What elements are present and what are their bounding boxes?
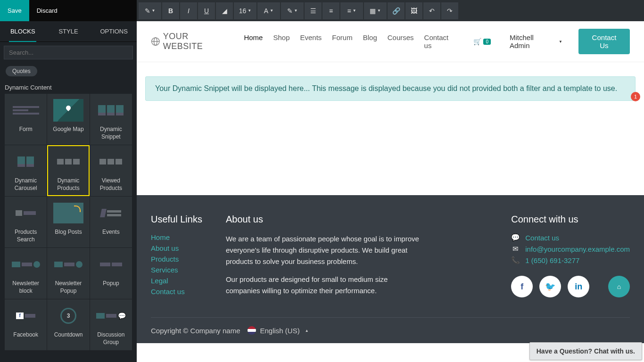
chat-widget[interactable]: Have a Question? Chat with us. <box>529 342 642 360</box>
tab-options[interactable]: OPTIONS <box>91 21 137 41</box>
image-button[interactable]: 🖼 <box>405 2 422 19</box>
linkedin-button[interactable]: in <box>568 276 589 297</box>
facebook-button[interactable]: f <box>511 276 533 297</box>
block-thumb-icon <box>94 150 127 173</box>
underline-button[interactable]: U <box>198 2 215 19</box>
nav-contact-us[interactable]: Contact us <box>424 33 455 49</box>
block-thumb-icon <box>9 201 42 225</box>
nav-home[interactable]: Home <box>244 33 263 49</box>
block-label: Blog Posts <box>55 229 82 236</box>
block-label: Countdown <box>54 331 83 339</box>
section-dynamic-content: Dynamic Content <box>0 79 137 94</box>
block-thumb-icon <box>94 253 127 276</box>
block-dynamic-products[interactable]: Dynamic Products <box>47 145 89 196</box>
chevron-down-icon: ▼ <box>559 40 562 44</box>
block-newsletter-popup[interactable]: Newsletter Popup <box>47 248 89 299</box>
nav-blog[interactable]: Blog <box>363 33 377 49</box>
user-menu[interactable]: Mitchell Admin▼ <box>510 33 562 49</box>
connect-title: Connect with us <box>511 214 630 225</box>
chevron-up-icon: ▲ <box>305 329 309 333</box>
block-thumb-icon: 💬 <box>94 304 127 328</box>
block-label: Dynamic Carousel <box>7 177 45 192</box>
save-button[interactable]: Save <box>0 0 29 21</box>
table-button[interactable]: ▦▼ <box>364 2 387 19</box>
align-button[interactable]: ≡▼ <box>340 2 363 19</box>
tab-style[interactable]: STYLE <box>46 21 91 41</box>
block-thumb-icon: f <box>9 304 42 328</box>
flag-icon <box>248 326 256 335</box>
block-thumb-icon <box>94 99 127 122</box>
copyright-text: Copyright © Company name <box>151 327 240 335</box>
footer-link-services[interactable]: Services <box>151 266 202 274</box>
quotes-badge[interactable]: Quotes <box>6 66 37 76</box>
undo-button[interactable]: ↶ <box>423 2 440 19</box>
block-blog-posts[interactable]: Blog Posts <box>47 197 89 247</box>
nav-forum[interactable]: Forum <box>332 33 352 49</box>
unordered-list-button[interactable]: ☰ <box>305 2 322 19</box>
ordered-list-button[interactable]: ≡ <box>322 2 339 19</box>
block-label: Discussion Group <box>92 331 130 346</box>
footer-link-products[interactable]: Products <box>151 255 202 263</box>
block-dynamic-carousel[interactable]: Dynamic Carousel <box>5 145 47 196</box>
clear-format-button[interactable]: ◢ <box>216 2 233 19</box>
block-dynamic-snippet[interactable]: Dynamic Snippet <box>90 94 132 145</box>
redo-button[interactable]: ↷ <box>441 2 458 19</box>
block-products-search[interactable]: Products Search <box>5 197 47 247</box>
block-label: Dynamic Snippet <box>92 126 130 140</box>
block-label: Viewed Products <box>92 177 130 192</box>
block-google-map[interactable]: Google Map <box>47 94 89 145</box>
block-viewed-products[interactable]: Viewed Products <box>90 145 132 196</box>
cart-button[interactable]: 🛒 0 <box>473 38 491 45</box>
connect-phone-link[interactable]: 1 (650) 691-3277 <box>525 256 579 264</box>
language-selector[interactable]: English (US) ▲ <box>248 326 308 335</box>
globe-icon <box>151 37 160 46</box>
italic-button[interactable]: I <box>180 2 197 19</box>
footer-link-about-us[interactable]: About us <box>151 244 202 252</box>
block-thumb-icon <box>9 253 42 276</box>
footer-connect: Connect with us 💬Contact us ✉info@yourco… <box>511 214 630 303</box>
twitter-button[interactable]: 🐦 <box>539 276 561 297</box>
block-form[interactable]: Form <box>5 94 47 145</box>
tab-blocks[interactable]: BLOCKS <box>0 21 46 41</box>
nav-courses[interactable]: Courses <box>388 33 414 49</box>
block-label: Form <box>19 126 33 133</box>
nav-events[interactable]: Events <box>300 33 322 49</box>
link-button[interactable]: 🔗 <box>388 2 405 19</box>
contact-us-button[interactable]: Contact Us <box>578 29 630 54</box>
notification-badge[interactable]: 1 <box>631 92 640 101</box>
logo-text: YOUR WEBSITE <box>163 32 230 51</box>
block-countdown[interactable]: 3Countdown <box>47 299 89 350</box>
connect-email-link[interactable]: info@yourcompany.example.com <box>525 245 630 253</box>
bold-button[interactable]: B <box>162 2 179 19</box>
footer-link-home[interactable]: Home <box>151 233 202 241</box>
logo[interactable]: YOUR WEBSITE <box>151 32 230 51</box>
footer-link-contact-us[interactable]: Contact us <box>151 288 202 296</box>
site-footer: Useful Links HomeAbout usProductsService… <box>137 195 644 343</box>
footer-link-legal[interactable]: Legal <box>151 277 202 285</box>
block-label: Facebook <box>13 331 38 339</box>
cart-icon: 🛒 <box>473 38 481 45</box>
phone-icon: 📞 <box>511 256 520 264</box>
nav-shop[interactable]: Shop <box>273 33 289 49</box>
discard-button[interactable]: Discard <box>29 0 65 21</box>
scroll-top-button[interactable]: ⌂ <box>608 276 630 297</box>
block-thumb-icon <box>52 99 85 122</box>
editor-toolbar: ✎▼ B I U ◢ 16▼ A▼ ✎▼ ☰ ≡ ≡▼ ▦▼ 🔗 🖼 ↶ ↷ <box>137 0 644 21</box>
block-thumb-icon <box>94 201 127 225</box>
connect-contact-link[interactable]: Contact us <box>525 234 559 242</box>
highlight-button[interactable]: ✎▼ <box>281 2 304 19</box>
block-events[interactable]: Events <box>90 197 132 247</box>
font-size-select[interactable]: 16▼ <box>234 2 256 19</box>
wand-button[interactable]: ✎▼ <box>139 2 161 19</box>
block-popup[interactable]: Popup <box>90 248 132 299</box>
footer-useful-links: Useful Links HomeAbout usProductsService… <box>151 214 202 303</box>
font-color-button[interactable]: A▼ <box>257 2 280 19</box>
website-canvas: YOUR WEBSITE HomeShopEventsForumBlogCour… <box>137 21 644 362</box>
sidebar: BLOCKS STYLE OPTIONS Quotes Dynamic Cont… <box>0 21 137 362</box>
block-discussion-group[interactable]: 💬Discussion Group <box>90 299 132 350</box>
block-facebook[interactable]: fFacebook <box>5 299 47 350</box>
block-newsletter-block[interactable]: Newsletter block <box>5 248 47 299</box>
cart-count: 0 <box>483 39 491 45</box>
block-label: Products Search <box>7 229 45 243</box>
search-input[interactable] <box>4 46 133 59</box>
